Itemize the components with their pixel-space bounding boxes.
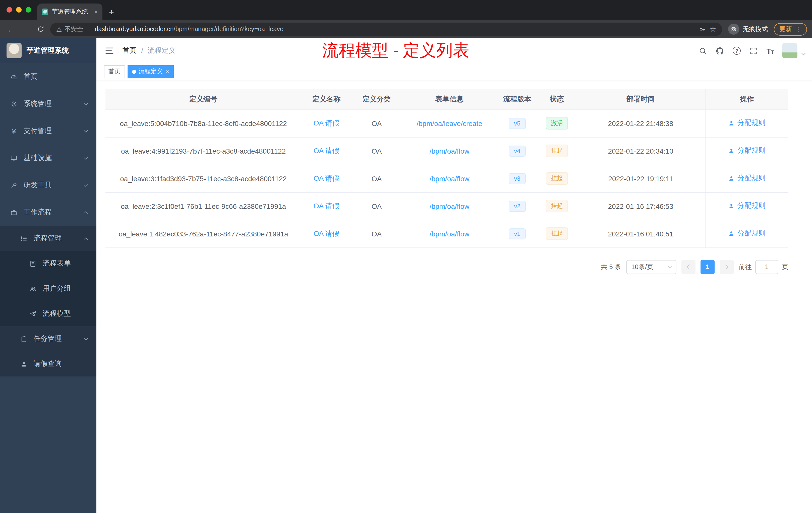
assign-rule-link[interactable]: 分配规则 — [728, 229, 765, 238]
next-page-button[interactable] — [720, 260, 734, 274]
version-badge[interactable]: v5 — [509, 118, 526, 129]
definition-category: OA — [351, 192, 402, 220]
page-jump-input[interactable] — [755, 260, 778, 274]
main-panel: 定义编号 定义名称 定义分类 表单信息 流程版本 状态 部署时间 操作 oa_l — [96, 80, 812, 283]
assign-rule-link[interactable]: 分配规则 — [728, 174, 765, 183]
browser-update-button[interactable]: 更新 ⋮ — [774, 23, 807, 35]
app-logo[interactable]: 芋道管理系统 — [0, 38, 96, 63]
form-link[interactable]: /bpm/oa/flow — [430, 230, 469, 238]
update-label: 更新 — [779, 25, 792, 33]
sidebar-item-process-model[interactable]: 流程模型 — [0, 301, 96, 326]
deploy-time: 2022-01-16 17:46:53 — [577, 192, 705, 220]
hamburger-icon[interactable] — [105, 46, 115, 56]
back-icon[interactable]: ← — [5, 24, 16, 35]
page-unit-label: 页 — [782, 262, 788, 271]
person-icon — [728, 231, 735, 237]
sidebar-item-devtools[interactable]: 研发工具 — [0, 172, 96, 199]
sidebar-item-user-group[interactable]: 用户分组 — [0, 276, 96, 301]
yen-icon: ¥ — [10, 127, 18, 135]
sidebar-item-leave-query[interactable]: 请假查询 — [0, 351, 96, 376]
content-area: 首页 / 流程定义 流程模型 - 定义列表 ? TT — [96, 38, 812, 513]
breadcrumb-separator: / — [141, 47, 143, 55]
status-badge: 挂起 — [546, 228, 568, 240]
definition-name-link[interactable]: OA 请假 — [314, 174, 340, 182]
github-icon[interactable] — [716, 47, 724, 55]
minimize-window-button[interactable] — [16, 7, 22, 12]
deploy-time: 2022-01-22 20:34:10 — [577, 137, 705, 164]
tag-home[interactable]: 首页 — [104, 65, 125, 78]
version-badge[interactable]: v4 — [509, 145, 526, 156]
status-badge: 挂起 — [546, 172, 568, 185]
page-size-select[interactable]: 10条/页 — [626, 260, 676, 274]
person-icon — [728, 175, 735, 182]
breadcrumb-home[interactable]: 首页 — [122, 46, 137, 55]
sidebar-item-label: 基础设施 — [24, 154, 52, 163]
zoom-window-button[interactable] — [26, 7, 31, 12]
search-icon[interactable] — [699, 47, 707, 55]
sidebar-item-label: 流程模型 — [43, 309, 71, 318]
definition-name-link[interactable]: OA 请假 — [314, 229, 340, 237]
definition-name-link[interactable]: OA 请假 — [314, 119, 340, 127]
browser-menu-icon[interactable]: ⋮ — [795, 25, 802, 33]
chevron-down-icon — [84, 155, 88, 160]
user-avatar[interactable] — [782, 43, 798, 58]
bookmark-star-icon[interactable]: ☆ — [710, 25, 716, 33]
column-header-status: 状态 — [537, 89, 577, 110]
form-link[interactable]: /bpm/oa/flow — [430, 147, 469, 155]
security-label: 不安全 — [64, 25, 83, 33]
assign-rule-link[interactable]: 分配规则 — [728, 146, 765, 155]
prev-page-button[interactable] — [682, 260, 696, 274]
tag-close-icon[interactable]: × — [166, 68, 169, 75]
tab-favicon — [42, 8, 48, 15]
tags-bar: 首页 流程定义 × — [96, 63, 812, 80]
browser-tab[interactable]: 芋道管理系统 × — [37, 3, 103, 20]
pagination-total: 共 5 条 — [601, 262, 621, 271]
tab-close-icon[interactable]: × — [94, 8, 98, 16]
chevron-up-icon — [84, 211, 88, 215]
form-link[interactable]: /bpm/oa/leave/create — [416, 119, 482, 127]
form-link[interactable]: /bpm/oa/flow — [430, 175, 469, 182]
sidebar-item-workflow[interactable]: 工作流程 — [0, 199, 96, 226]
reload-icon[interactable] — [35, 24, 46, 35]
password-key-icon[interactable] — [698, 25, 707, 33]
definition-name-link[interactable]: OA 请假 — [314, 202, 340, 210]
logo-image — [6, 43, 22, 58]
tag-process-definition[interactable]: 流程定义 × — [127, 65, 174, 78]
sidebar-item-task-management[interactable]: 任务管理 — [0, 326, 96, 351]
definition-id: oa_leave:4:991f2193-7b7f-11ec-a3c8-acde4… — [106, 137, 301, 164]
help-icon[interactable]: ? — [733, 47, 741, 55]
close-window-button[interactable] — [6, 7, 12, 12]
definition-id: oa_leave:2:3c1f0ef1-76b1-11ec-9c66-a2380… — [106, 192, 301, 220]
assign-rule-link[interactable]: 分配规则 — [728, 119, 765, 128]
sidebar-item-home[interactable]: 首页 — [0, 63, 96, 90]
sidebar-item-label: 研发工具 — [24, 181, 52, 190]
screen: 芋道管理系统 × + ← → ⚠ 不安全 dashboard.yudao.ioc… — [0, 0, 812, 513]
definition-name-link[interactable]: OA 请假 — [314, 146, 340, 154]
sidebar-item-process-management[interactable]: 流程管理 — [0, 226, 96, 251]
current-page-button[interactable]: 1 — [700, 260, 715, 274]
tab-strip: 芋道管理系统 × + — [0, 0, 812, 20]
definition-category: OA — [351, 110, 402, 137]
sidebar-item-process-form[interactable]: 流程表单 — [0, 251, 96, 276]
address-bar[interactable]: ⚠ 不安全 dashboard.yudao.iocoder.cn/bpm/man… — [50, 22, 722, 36]
security-status[interactable]: ⚠ 不安全 — [56, 25, 83, 33]
browser-chrome: 芋道管理系统 × + ← → ⚠ 不安全 dashboard.yudao.ioc… — [0, 0, 812, 38]
chevron-down-icon — [84, 182, 88, 187]
leave-user-icon — [20, 360, 28, 368]
version-badge[interactable]: v2 — [509, 201, 526, 212]
new-tab-button[interactable]: + — [109, 8, 114, 17]
column-header-form: 表单信息 — [402, 89, 497, 110]
form-link[interactable]: /bpm/oa/flow — [430, 202, 469, 210]
sidebar-item-infrastructure[interactable]: 基础设施 — [0, 145, 96, 172]
sidebar-item-system[interactable]: 系统管理 — [0, 90, 96, 117]
avatar-dropdown-caret-icon[interactable] — [802, 51, 806, 56]
sidebar-item-payment[interactable]: ¥ 支付管理 — [0, 117, 96, 145]
version-badge[interactable]: v1 — [509, 228, 526, 239]
app-header: 首页 / 流程定义 流程模型 - 定义列表 ? TT — [96, 38, 812, 63]
fullscreen-icon[interactable] — [750, 47, 758, 55]
table-row: oa_leave:1:482ec033-762a-11ec-8477-a2380… — [106, 220, 788, 247]
forward-icon[interactable]: → — [20, 24, 31, 35]
font-size-icon[interactable]: TT — [766, 47, 774, 55]
assign-rule-link[interactable]: 分配规则 — [728, 202, 765, 211]
version-badge[interactable]: v3 — [509, 173, 526, 184]
